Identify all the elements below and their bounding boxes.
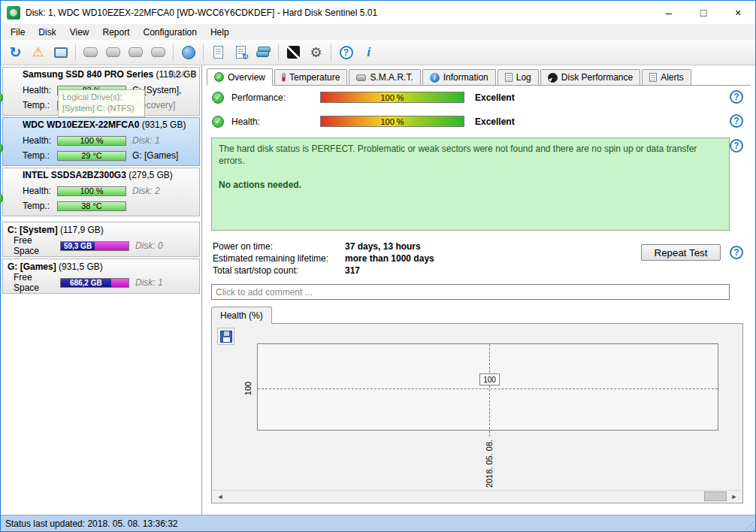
- minimize-button[interactable]: –: [652, 1, 686, 24]
- alerts-warning-button[interactable]: ⚠: [27, 42, 49, 63]
- chart-tab-health[interactable]: Health (%): [211, 307, 272, 324]
- tabbar: ✓Overview Temperature S.M.A.R.T. iInform…: [207, 68, 751, 86]
- gear-icon: ⚙: [310, 46, 322, 59]
- help-icon[interactable]: ?: [730, 90, 743, 104]
- disk-name: Samsung SSD 840 PRO Series: [23, 69, 153, 80]
- disk-number-label: Disk: 1: [135, 277, 163, 288]
- help-icon[interactable]: ?: [730, 246, 743, 259]
- performance-value: 100 %: [380, 93, 404, 102]
- disk-tool-button-2[interactable]: [102, 42, 124, 63]
- health-ok-icon: ✓: [0, 192, 3, 204]
- help-button[interactable]: ?: [335, 42, 357, 63]
- chart-plot-area: [257, 343, 718, 431]
- scroll-left-arrow[interactable]: ◄: [214, 491, 226, 502]
- status-text: Status last updated: 2018. 05. 08. 13:36…: [5, 518, 178, 529]
- tab-alerts[interactable]: Alerts: [642, 69, 691, 85]
- disk-stack-button[interactable]: [253, 42, 274, 63]
- chart-horizontal-scrollbar[interactable]: ◄ ►: [213, 490, 742, 502]
- free-space-value: 686,2 GB: [70, 279, 102, 287]
- window-title: Disk: 1, WDC WD10EZEX-22MFCA0 [WD-WCC6Y6…: [26, 8, 377, 18]
- info-button[interactable]: i: [358, 42, 380, 63]
- tooltip-line: [System] C: (NTFS): [62, 103, 141, 114]
- help-icon[interactable]: ?: [730, 139, 743, 153]
- settings-button[interactable]: ⚙: [305, 42, 327, 63]
- free-space-bar: 59,3 GB: [60, 241, 129, 251]
- performance-settings-button[interactable]: [283, 42, 304, 63]
- used-space-segment: [95, 242, 129, 250]
- report-document-button[interactable]: [207, 42, 229, 63]
- menu-help[interactable]: Help: [204, 26, 236, 39]
- statusbar: Status last updated: 2018. 05. 08. 13:36…: [1, 515, 755, 531]
- page-icon: [649, 73, 657, 82]
- menu-view[interactable]: View: [63, 26, 96, 39]
- help-icon[interactable]: ?: [730, 114, 743, 128]
- document-refresh-icon: ↻: [236, 46, 246, 59]
- refresh-button[interactable]: ↻: [5, 42, 26, 63]
- health-ok-icon: ✓: [0, 142, 3, 154]
- disk-icon: [83, 47, 98, 57]
- stat-row: Power on time: 37 days, 13 hours: [213, 240, 434, 252]
- scrollbar-thumb[interactable]: [704, 491, 727, 501]
- menu-configuration[interactable]: Configuration: [137, 26, 204, 39]
- report-monitor-button[interactable]: [50, 42, 71, 63]
- data-point-label: 100: [479, 373, 500, 385]
- used-space-segment: [111, 279, 129, 287]
- menu-disk[interactable]: Disk: [32, 26, 62, 39]
- document-icon: [213, 46, 223, 59]
- health-bar: 100 %: [320, 116, 464, 127]
- tab-overview[interactable]: ✓Overview: [207, 68, 273, 86]
- disk-item-intel[interactable]: INTEL SSDSA2BZ300G3 (279,5 GB) ✓ Health:…: [2, 168, 200, 216]
- close-button[interactable]: ×: [721, 1, 755, 24]
- disk-number-label: Disk: 1: [132, 135, 160, 146]
- temp-bar: 38 °C: [57, 201, 126, 211]
- tab-information[interactable]: iInformation: [422, 69, 496, 85]
- tooltip-line: Logical Drive(s):: [62, 92, 141, 103]
- comment-input[interactable]: [211, 284, 730, 300]
- disk-item-wdc-selected[interactable]: WDC WD10EZEX-22MFCA0 (931,5 GB) ✓ Health…: [2, 117, 200, 166]
- disk-tool-button-1[interactable]: [80, 42, 101, 63]
- scroll-right-arrow[interactable]: ►: [728, 491, 740, 502]
- tab-temperature[interactable]: Temperature: [274, 69, 347, 85]
- performance-bar: 100 %: [320, 92, 464, 103]
- performance-metric-row: ✓ Performance: 100 % Excellent: [212, 91, 515, 104]
- tab-disk-performance[interactable]: Disk Performance: [540, 69, 640, 85]
- save-chart-button[interactable]: [217, 328, 234, 345]
- toolbar: ↻ ⚠ ↻ ⚙ ? i: [1, 40, 755, 65]
- disk-header: Disk: 0 Samsung SSD 840 PRO Series (119,…: [6, 69, 196, 82]
- y-axis-tick-label: 100: [243, 382, 253, 395]
- volume-item-g[interactable]: G: [Games] (931,5 GB) Free Space 686,2 G…: [2, 258, 200, 294]
- smart-disk-icon: [356, 74, 366, 81]
- disk-tool-button-4[interactable]: [147, 42, 169, 63]
- volume-size: (117,9 GB): [60, 225, 104, 235]
- resize-grip[interactable]: [744, 520, 755, 531]
- disk-header: WDC WD10EZEX-22MFCA0 (931,5 GB): [6, 119, 196, 132]
- refresh-report-button[interactable]: ↻: [230, 42, 252, 63]
- performance-label: Performance:: [231, 92, 320, 103]
- window-controls: – □ ×: [652, 1, 755, 24]
- online-button[interactable]: [177, 42, 199, 63]
- volume-item-c[interactable]: C: [System] (117,9 GB) Free Space 59,3 G…: [2, 222, 200, 257]
- page-icon: [505, 73, 513, 82]
- disk-volumes-label: G: [Games]: [132, 150, 178, 161]
- toolbar-separator: [173, 44, 174, 61]
- health-row: Health: 100 % Disk: 1: [23, 134, 196, 147]
- disk-tool-button-3[interactable]: [125, 42, 147, 63]
- menu-report[interactable]: Report: [95, 26, 136, 39]
- disk-number-label: Disk: 2: [132, 186, 160, 196]
- repeat-test-button[interactable]: Repeat Test: [641, 244, 721, 261]
- stat-value: 317: [345, 265, 360, 276]
- tab-log[interactable]: Log: [497, 69, 539, 85]
- maximize-button[interactable]: □: [686, 1, 721, 24]
- disk-search-icon: [151, 47, 165, 57]
- toolbar-separator: [278, 44, 279, 61]
- disk-stats: Power on time: 37 days, 13 hours Estimat…: [213, 240, 434, 277]
- floppy-save-icon: [220, 331, 232, 343]
- app-window: Disk: 1, WDC WD10EZEX-22MFCA0 [WD-WCC6Y6…: [0, 0, 756, 532]
- disk-size: (931,5 GB): [142, 119, 186, 130]
- titlebar: Disk: 1, WDC WD10EZEX-22MFCA0 [WD-WCC6Y6…: [1, 1, 755, 24]
- menu-file[interactable]: File: [4, 26, 32, 39]
- stat-label: Total start/stop count:: [213, 265, 345, 276]
- toolbar-separator: [203, 44, 204, 61]
- tab-smart[interactable]: S.M.A.R.T.: [349, 69, 420, 85]
- health-row: Health: 100 % Disk: 2: [23, 184, 196, 198]
